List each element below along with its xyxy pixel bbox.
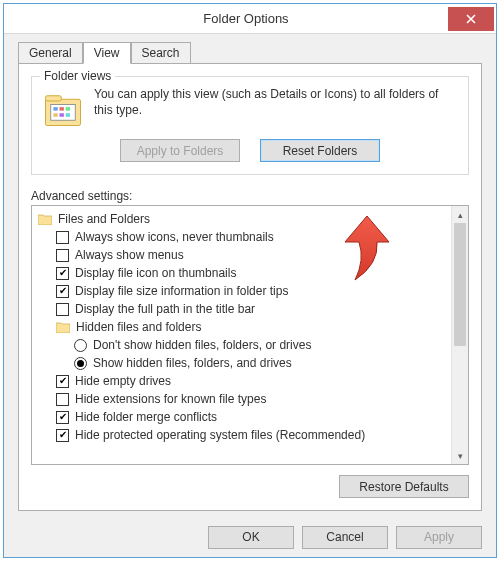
folder-views-label: Folder views (40, 69, 115, 83)
view-tab-panel: Folder views You can apply this view (su… (18, 63, 482, 511)
tree-label: Display file icon on thumbnails (75, 266, 236, 280)
svg-rect-4 (60, 107, 64, 111)
tree-item[interactable]: Display file icon on thumbnails (38, 264, 445, 282)
tab-strip: General View Search (18, 42, 482, 64)
checkbox-icon[interactable] (56, 411, 69, 424)
tree-label: Display the full path in the title bar (75, 302, 255, 316)
checkbox-icon[interactable] (56, 375, 69, 388)
tree-item[interactable]: Display file size information in folder … (38, 282, 445, 300)
tree-label: Hide empty drives (75, 374, 171, 388)
reset-folders-button[interactable]: Reset Folders (260, 139, 380, 162)
tree-radio-item[interactable]: Show hidden files, folders, and drives (38, 354, 445, 372)
tree-label: Files and Folders (58, 212, 150, 226)
scroll-thumb[interactable] (454, 223, 466, 346)
apply-to-folders-button: Apply to Folders (120, 139, 240, 162)
tab-general[interactable]: General (18, 42, 83, 64)
tab-search[interactable]: Search (131, 42, 191, 64)
radio-icon[interactable] (74, 339, 87, 352)
checkbox-icon[interactable] (56, 393, 69, 406)
vertical-scrollbar[interactable]: ▴ ▾ (451, 206, 468, 464)
titlebar: Folder Options (4, 4, 496, 34)
tree-item[interactable]: Display the full path in the title bar (38, 300, 445, 318)
tree-label: Display file size information in folder … (75, 284, 288, 298)
tree-group-hidden-files[interactable]: Hidden files and folders (38, 318, 445, 336)
tab-view[interactable]: View (83, 42, 131, 64)
dialog-button-row: OK Cancel Apply (4, 517, 496, 557)
checkbox-icon[interactable] (56, 267, 69, 280)
tree-label: Hide protected operating system files (R… (75, 428, 365, 442)
tree-radio-item[interactable]: Don't show hidden files, folders, or dri… (38, 336, 445, 354)
tree-label: Hidden files and folders (76, 320, 201, 334)
tree-root-files-and-folders[interactable]: Files and Folders (38, 210, 445, 228)
close-icon (466, 14, 476, 24)
svg-rect-8 (66, 113, 70, 117)
checkbox-icon[interactable] (56, 429, 69, 442)
dialog-body: General View Search Folder views (4, 34, 496, 517)
folder-icon (56, 321, 70, 333)
folder-views-icon (42, 87, 84, 129)
tree-label: Hide folder merge conflicts (75, 410, 217, 424)
folder-views-text: You can apply this view (such as Details… (94, 87, 458, 118)
apply-button: Apply (396, 526, 482, 549)
checkbox-icon[interactable] (56, 249, 69, 262)
tree-item[interactable]: Hide empty drives (38, 372, 445, 390)
tree-label: Always show icons, never thumbnails (75, 230, 274, 244)
tree-item[interactable]: Hide folder merge conflicts (38, 408, 445, 426)
tree-label: Hide extensions for known file types (75, 392, 266, 406)
svg-rect-7 (60, 113, 64, 117)
cancel-button[interactable]: Cancel (302, 526, 388, 549)
tree-label: Always show menus (75, 248, 184, 262)
window-title: Folder Options (4, 11, 448, 26)
advanced-settings-tree: Files and Folders Always show icons, nev… (31, 205, 469, 465)
close-button[interactable] (448, 7, 494, 31)
tree-item[interactable]: Always show menus (38, 246, 445, 264)
ok-button[interactable]: OK (208, 526, 294, 549)
tree-item[interactable]: Always show icons, never thumbnails (38, 228, 445, 246)
restore-defaults-button[interactable]: Restore Defaults (339, 475, 469, 498)
tree-label: Show hidden files, folders, and drives (93, 356, 292, 370)
radio-icon[interactable] (74, 357, 87, 370)
svg-rect-1 (46, 96, 62, 101)
scroll-up-button[interactable]: ▴ (452, 206, 468, 223)
tree-content[interactable]: Files and Folders Always show icons, nev… (32, 206, 451, 464)
scroll-track[interactable] (452, 223, 468, 447)
tree-label: Don't show hidden files, folders, or dri… (93, 338, 311, 352)
svg-rect-6 (53, 113, 57, 117)
checkbox-icon[interactable] (56, 303, 69, 316)
folder-options-dialog: Folder Options General View Search Folde… (3, 3, 497, 558)
svg-rect-5 (66, 107, 70, 111)
svg-rect-3 (53, 107, 57, 111)
checkbox-icon[interactable] (56, 231, 69, 244)
svg-rect-2 (51, 105, 76, 121)
folder-views-group: Folder views You can apply this view (su… (31, 76, 469, 175)
checkbox-icon[interactable] (56, 285, 69, 298)
scroll-down-button[interactable]: ▾ (452, 447, 468, 464)
folder-icon (38, 213, 52, 225)
tree-item[interactable]: Hide extensions for known file types (38, 390, 445, 408)
tree-item[interactable]: Hide protected operating system files (R… (38, 426, 445, 444)
advanced-settings-label: Advanced settings: (31, 189, 469, 203)
